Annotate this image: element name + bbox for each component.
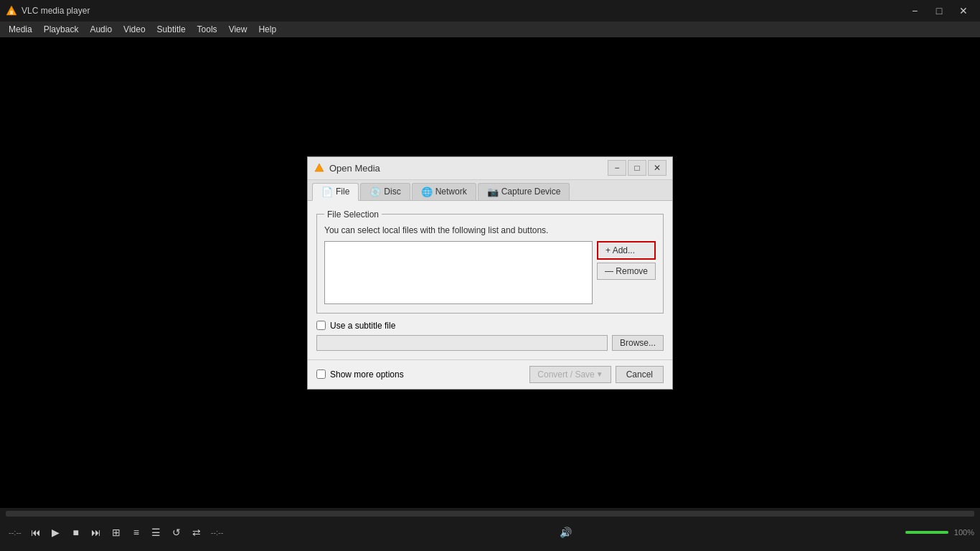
tab-network[interactable]: 🌐 Network [412, 183, 476, 200]
menu-bar: Media Playback Audio Video Subtitle Tool… [0, 22, 980, 37]
svg-rect-1 [10, 11, 13, 14]
disc-tab-icon: 💿 [369, 187, 381, 197]
dialog-footer: Show more options Convert / Save ▼ Cance… [308, 359, 672, 389]
remove-button-label: — Remove [605, 266, 648, 276]
frame-button[interactable]: ⊞ [108, 524, 125, 541]
tab-capture[interactable]: 📷 Capture Device [478, 183, 570, 200]
subtitle-checkbox-label[interactable]: Use a subtitle file [330, 321, 395, 331]
show-more-label[interactable]: Show more options [330, 369, 404, 380]
network-tab-label: Network [435, 187, 467, 197]
add-button-label: + Add... [606, 245, 635, 255]
dialog-content: File Selection You can select local file… [308, 201, 672, 359]
dialog-title-bar: Open Media − □ ✕ [308, 157, 672, 180]
menu-view[interactable]: View [223, 22, 253, 37]
add-button[interactable]: + Add... [597, 241, 656, 260]
dialog-title: Open Media [329, 163, 608, 174]
dialog-minimize-btn[interactable]: − [608, 160, 626, 176]
file-selection-fieldset: File Selection You can select local file… [316, 209, 664, 314]
time-right: --:-- [211, 528, 224, 537]
skip-forward-button[interactable]: ⏭ [88, 524, 105, 541]
dialog-maximize-btn[interactable]: □ [628, 160, 646, 176]
volume-fill [905, 531, 948, 534]
show-more-checkbox[interactable] [316, 369, 326, 379]
convert-save-arrow: ▼ [596, 370, 603, 378]
browse-button-label: Browse... [620, 338, 656, 348]
file-list-buttons: + Add... — Remove [597, 241, 656, 280]
file-tab-icon: 📄 [321, 187, 333, 197]
eq-button[interactable]: ≡ [128, 524, 145, 541]
cancel-label: Cancel [626, 369, 653, 380]
subtitle-file-input[interactable] [316, 335, 608, 351]
file-list-box[interactable] [324, 241, 593, 304]
menu-help[interactable]: Help [253, 22, 282, 37]
svg-marker-2 [315, 164, 324, 171]
time-left: --:-- [9, 528, 22, 537]
bottom-bar: --:-- ⏮ ▶ ■ ⏭ ⊞ ≡ ☰ ↺ ⇄ --:-- 🔊 100% [0, 508, 980, 551]
menu-audio[interactable]: Audio [84, 22, 118, 37]
disc-tab-label: Disc [384, 187, 400, 197]
convert-save-button[interactable]: Convert / Save ▼ [529, 366, 611, 383]
stop-button[interactable]: ■ [67, 524, 85, 541]
play-button[interactable]: ▶ [47, 524, 65, 541]
subtitle-section: Use a subtitle file Browse... [316, 321, 664, 351]
menu-subtitle[interactable]: Subtitle [151, 22, 192, 37]
menu-video[interactable]: Video [118, 22, 151, 37]
minimize-button[interactable]: − [904, 0, 925, 22]
dialog-icon [314, 162, 325, 174]
controls-row: --:-- ⏮ ▶ ■ ⏭ ⊞ ≡ ☰ ↺ ⇄ --:-- 🔊 100% [0, 518, 980, 547]
convert-save-label: Convert / Save [537, 369, 594, 380]
maximize-button[interactable]: □ [928, 0, 950, 22]
network-tab-icon: 🌐 [421, 187, 433, 197]
file-list-row: + Add... — Remove [324, 241, 656, 304]
tab-disc[interactable]: 💿 Disc [360, 183, 410, 200]
app-icon [6, 5, 17, 17]
title-bar: VLC media player − □ ✕ [0, 0, 980, 22]
app-title: VLC media player [22, 6, 904, 16]
capture-tab-label: Capture Device [501, 187, 561, 197]
file-tab-label: File [336, 187, 349, 197]
menu-tools[interactable]: Tools [192, 22, 223, 37]
open-media-dialog: Open Media − □ ✕ 📄 File 💿 Disc 🌐 Network [307, 156, 673, 390]
remove-button[interactable]: — Remove [597, 263, 656, 280]
volume-label: 100% [954, 528, 974, 537]
cancel-button[interactable]: Cancel [616, 366, 664, 383]
file-selection-legend: File Selection [324, 209, 382, 220]
random-button[interactable]: ⇄ [188, 524, 205, 541]
close-button[interactable]: ✕ [953, 0, 974, 22]
volume-icon[interactable]: 🔊 [557, 524, 575, 541]
file-selection-description: You can select local files with the foll… [324, 225, 656, 235]
seek-bar[interactable] [6, 511, 974, 517]
loop-button[interactable]: ↺ [168, 524, 185, 541]
browse-button[interactable]: Browse... [612, 335, 664, 351]
tab-file[interactable]: 📄 File [312, 183, 359, 201]
title-bar-controls: − □ ✕ [904, 0, 974, 22]
dialog-tabs: 📄 File 💿 Disc 🌐 Network 📷 Capture Device [308, 180, 672, 201]
menu-playback[interactable]: Playback [38, 22, 85, 37]
show-more-row: Show more options [316, 369, 524, 380]
dialog-controls: − □ ✕ [608, 160, 666, 176]
dialog-close-btn[interactable]: ✕ [648, 160, 666, 176]
subtitle-file-row: Browse... [316, 335, 664, 351]
playlist-button[interactable]: ☰ [148, 524, 165, 541]
skip-back-button[interactable]: ⏮ [27, 524, 44, 541]
menu-media[interactable]: Media [3, 22, 38, 37]
subtitle-checkbox-row: Use a subtitle file [316, 321, 664, 331]
dialog-overlay: Open Media − □ ✕ 📄 File 💿 Disc 🌐 Network [0, 37, 980, 508]
subtitle-checkbox[interactable] [316, 321, 326, 330]
footer-buttons: Convert / Save ▼ Cancel [529, 366, 664, 383]
capture-tab-icon: 📷 [487, 187, 499, 197]
volume-bar[interactable] [905, 531, 948, 534]
